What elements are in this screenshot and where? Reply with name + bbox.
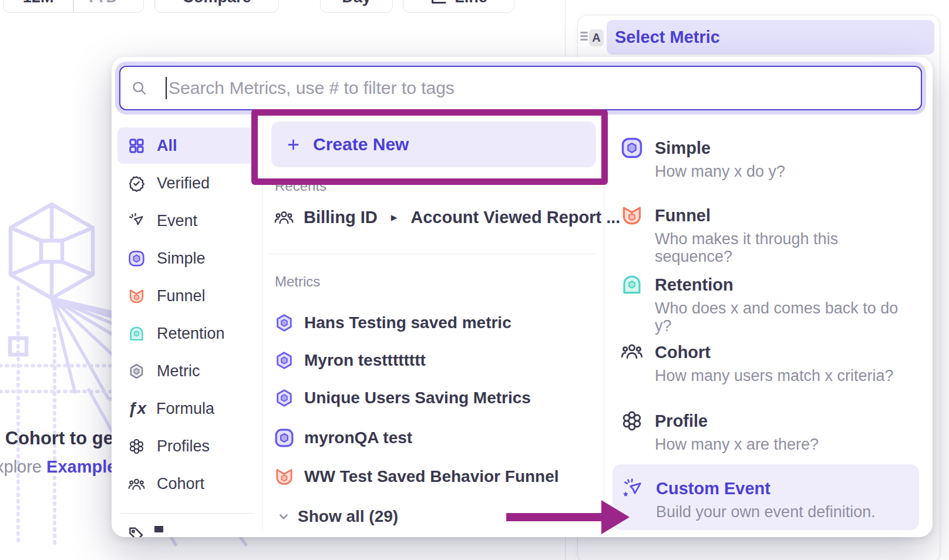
range-12m-label: 12M — [23, 0, 54, 12]
category-formula[interactable]: ƒx Formula — [117, 390, 254, 427]
recent-item-group: Billing ID — [304, 208, 378, 227]
profiles-cluster-icon — [621, 410, 643, 432]
chart-type-label: Line — [455, 0, 487, 12]
category-partial-row[interactable] — [127, 525, 163, 537]
saved-metric-label: Unique Users Saving Metrics — [304, 389, 531, 407]
funnel-icon — [274, 467, 294, 487]
select-metric-label: Select Metric — [615, 28, 720, 47]
recent-item[interactable]: Billing ID ▸ Account Viewed Report ... — [274, 204, 620, 231]
create-new-button[interactable]: Create New — [271, 122, 596, 167]
clipped-label — [154, 526, 163, 532]
create-new-label: Create New — [313, 134, 409, 154]
type-description: How many x do y? — [655, 163, 785, 180]
text-cursor — [166, 77, 167, 99]
compare-button[interactable]: Compare — [154, 0, 279, 13]
range-ytd-button[interactable]: YTD — [74, 0, 143, 12]
saved-metric-item[interactable]: WW Test Saved Behavior Funnel — [274, 463, 559, 491]
category-verified[interactable]: Verified — [117, 165, 254, 201]
metrics-section-label: Metrics — [275, 274, 320, 290]
search-placeholder: Search Metrics, use # to filter to tags — [169, 78, 455, 98]
category-retention[interactable]: Retention — [117, 315, 254, 352]
saved-metric-icon — [128, 363, 145, 380]
simple-metric-icon — [274, 428, 294, 448]
type-funnel[interactable]: Funnel Who makes it through this sequenc… — [621, 205, 914, 265]
funnel-icon — [128, 288, 145, 305]
category-event[interactable]: Event — [117, 203, 254, 239]
category-label: Funnel — [157, 287, 206, 305]
category-cohort[interactable]: Cohort — [117, 465, 254, 502]
verified-badge-icon — [128, 175, 145, 192]
category-simple[interactable]: Simple — [117, 240, 254, 276]
category-label: Metric — [157, 362, 200, 380]
type-description: How many users match x criteria? — [655, 367, 894, 384]
chevron-down-icon — [122, 0, 132, 3]
saved-metric-item[interactable]: Unique Users Saving Metrics — [274, 384, 531, 412]
show-all-button[interactable]: Show all (29) — [278, 505, 398, 528]
category-label: Cohort — [157, 475, 204, 493]
type-description: How many x are there? — [655, 436, 819, 453]
search-icon — [131, 80, 147, 96]
profiles-cluster-icon — [128, 438, 145, 455]
clause-badge: A — [589, 29, 604, 46]
range-ytd-label: YTD — [86, 0, 117, 12]
type-simple[interactable]: Simple How many x do y? — [621, 138, 914, 180]
sidebar-divider — [120, 513, 254, 514]
saved-metric-item[interactable]: Myron testttttttt — [274, 346, 426, 375]
category-label: Verified — [157, 174, 210, 193]
column-divider — [604, 124, 604, 529]
drag-handle-icon[interactable] — [580, 32, 588, 41]
saved-metric-label: Hans Testing saved metric — [304, 313, 511, 332]
granularity-label: Day — [342, 0, 371, 12]
type-title: Retention — [655, 275, 914, 295]
line-chart-icon — [430, 0, 447, 5]
cohort-people-icon — [128, 475, 145, 492]
category-label: Retention — [157, 325, 225, 343]
category-all[interactable]: All — [117, 127, 254, 164]
category-label: Event — [157, 212, 197, 230]
search-input[interactable]: Search Metrics, use # to filter to tags — [119, 66, 922, 110]
category-profiles[interactable]: Profiles — [117, 428, 254, 464]
tag-icon — [127, 525, 145, 537]
type-title: Cohort — [655, 342, 894, 362]
type-title: Simple — [655, 138, 785, 158]
simple-metric-icon — [621, 137, 643, 159]
grid-icon — [128, 137, 145, 154]
type-description: Who does x and comes back to do y? — [655, 299, 914, 335]
retention-icon — [621, 274, 643, 296]
caret-right-icon: ▸ — [388, 210, 401, 224]
section-divider — [267, 254, 595, 254]
saved-metric-label: WW Test Saved Behavior Funnel — [304, 467, 559, 486]
category-metric[interactable]: Metric — [117, 353, 254, 389]
saved-metric-item[interactable]: Hans Testing saved metric — [274, 309, 511, 337]
metric-picker-dialog: Search Metrics, use # to filter to tags … — [112, 57, 933, 537]
type-custom-event[interactable]: Custom Event Build your own event defini… — [621, 478, 914, 521]
saved-metric-item[interactable]: myronQA test — [274, 424, 412, 452]
category-funnel[interactable]: Funnel — [117, 278, 254, 314]
chevron-down-icon — [278, 511, 290, 522]
recents-section-label: Recents — [275, 178, 327, 194]
saved-metric-icon — [274, 313, 294, 333]
recent-item-event: Account Viewed Report ... — [410, 208, 620, 227]
type-profile[interactable]: Profile How many x are there? — [621, 411, 914, 453]
type-cohort[interactable]: Cohort How many users match x criteria? — [621, 342, 914, 384]
type-retention[interactable]: Retention Who does x and comes back to d… — [621, 275, 914, 335]
type-description: Who makes it through this sequence? — [655, 230, 914, 265]
type-title: Profile — [655, 411, 819, 431]
granularity-button[interactable]: Day — [320, 0, 393, 13]
formula-icon: ƒx — [128, 399, 148, 418]
event-cursor-icon — [128, 212, 145, 230]
category-label: Profiles — [157, 437, 210, 456]
type-title: Custom Event — [656, 478, 876, 498]
empty-state-headline-fragment: r Cohort to ge — [0, 428, 113, 449]
cohort-people-icon — [621, 341, 643, 361]
category-label: Simple — [157, 249, 206, 268]
date-range-control[interactable]: 12M YTD — [3, 0, 144, 13]
saved-metric-label: myronQA test — [304, 429, 412, 447]
range-12m-button[interactable]: 12M — [4, 0, 73, 12]
show-all-label: Show all (29) — [298, 507, 398, 526]
category-label: Formula — [156, 400, 214, 418]
saved-metric-label: Myron testttttttt — [304, 351, 426, 370]
chart-type-button[interactable]: Line — [403, 0, 514, 13]
saved-metric-icon — [274, 350, 294, 370]
select-metric-field[interactable]: Select Metric — [607, 20, 934, 55]
